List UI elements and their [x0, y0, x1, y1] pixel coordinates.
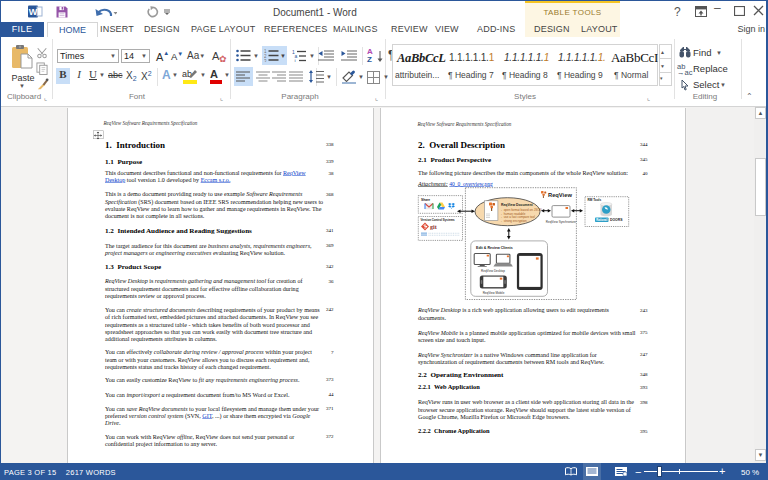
svg-text:Rational: Rational — [596, 218, 607, 222]
svg-text:RM Tools: RM Tools — [588, 198, 602, 202]
svg-text:Edit & Review Clients: Edit & Review Clients — [476, 246, 513, 250]
svg-text:ReqView Synchronizer: ReqView Synchronizer — [546, 220, 576, 224]
svg-text:ReqView: ReqView — [548, 192, 572, 198]
svg-text:i: i — [295, 58, 296, 63]
svg-text:git: git — [430, 224, 437, 230]
svg-text:ReqView Mobile: ReqView Mobile — [483, 291, 505, 295]
svg-text:ReqView Desktop: ReqView Desktop — [481, 269, 505, 273]
svg-text:Version Control Systems: Version Control Systems — [421, 218, 456, 222]
svg-text:3: 3 — [264, 59, 267, 63]
svg-text:DOORS: DOORS — [610, 218, 623, 222]
svg-text:Share: Share — [421, 198, 430, 202]
svg-text:ReqView Document: ReqView Document — [501, 203, 533, 207]
svg-text:W: W — [29, 7, 38, 17]
svg-text:- strong encryption: - strong encryption — [501, 219, 527, 223]
